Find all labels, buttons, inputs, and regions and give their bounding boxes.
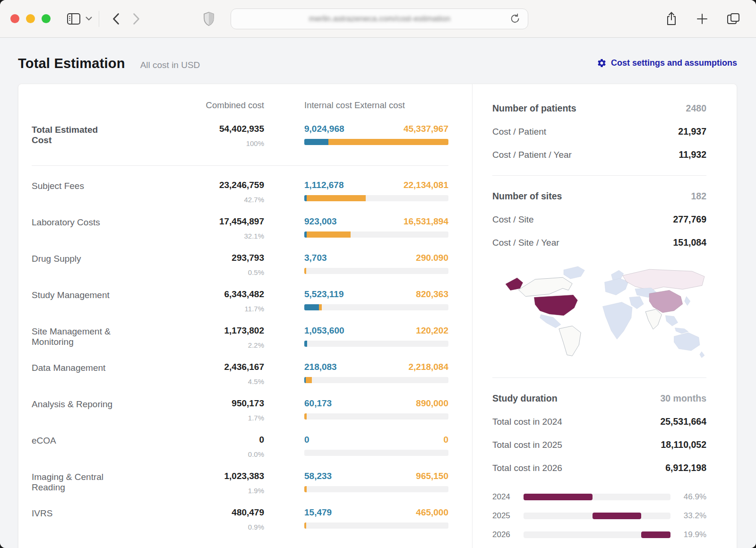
row-internal-value: 58,233 [304, 471, 332, 481]
row-label: Site Management & Monitoring [32, 325, 114, 347]
sites-count: 182 [691, 191, 706, 202]
row-cost-bar [304, 268, 448, 274]
table-row: Site Management & Monitoring 1,173,802 2… [18, 325, 472, 349]
cost-settings-link[interactable]: Cost settings and assumptions [597, 58, 737, 68]
row-combined-value: 293,793 [155, 253, 264, 263]
tabs-overview-icon[interactable] [727, 13, 740, 25]
table-row: Study Management 6,343,482 11.7% 5,523,1… [18, 289, 472, 313]
map-africa [603, 302, 632, 340]
external-bar-segment [319, 304, 322, 310]
close-window-button[interactable] [10, 14, 19, 23]
row-combined-value: 0 [155, 435, 264, 445]
row-label: Imaging & Central Reading [32, 471, 114, 493]
url-field[interactable]: merlin.astrazeneca.com/cost-estimation [231, 9, 528, 29]
year-label: 2024 [492, 492, 514, 502]
row-label: Laboratory Costs [32, 216, 114, 228]
year-label: 2026 [492, 530, 514, 539]
back-button[interactable] [112, 13, 120, 25]
row-combined-value: 17,454,897 [155, 216, 264, 227]
row-combined-value: 480,479 [155, 507, 264, 518]
map-japan [685, 297, 690, 306]
row-pct: 11.7% [155, 305, 264, 313]
map-australia [674, 333, 700, 351]
map-greenland [564, 266, 584, 279]
table-row: Analysis & Reporing 950,173 1.7% 60,173 … [18, 398, 472, 422]
map-indonesia [675, 328, 688, 334]
stat-label: Cost / Patient / Year [492, 150, 572, 160]
external-bar-segment [307, 195, 366, 201]
map-central-america [540, 315, 561, 328]
stat-value: 6,912,198 [665, 462, 706, 473]
page-subtitle: All cost in USD [140, 60, 200, 70]
row-internal-value: 0 [304, 435, 309, 445]
total-internal-value: 9,024,968 [304, 124, 344, 134]
row-pct: 1.9% [155, 487, 264, 495]
table-header-row: Combined cost Internal cost External cos… [18, 100, 472, 111]
col-internal-cost: Internal cost [304, 100, 352, 110]
stat-row: Cost / Site 277,769 [492, 214, 706, 225]
summary-panel: Number of patients 2480 Cost / Patient 2… [472, 84, 737, 548]
row-external-value: 22,134,081 [404, 180, 448, 190]
row-internal-value: 923,003 [304, 216, 337, 227]
browser-window: merlin.astrazeneca.com/cost-estimation [0, 0, 756, 548]
row-label: Subject Fees [32, 180, 114, 191]
page-title: Total Estimation [18, 56, 125, 71]
stat-value: 21,937 [678, 126, 706, 137]
row-combined-value: 950,173 [155, 398, 264, 409]
map-alaska [506, 278, 523, 290]
map-europe [605, 278, 628, 295]
row-external-value: 0 [443, 435, 448, 445]
row-internal-value: 15,479 [304, 507, 332, 518]
table-row: Laboratory Costs 17,454,897 32.1% 923,00… [18, 216, 472, 240]
year-bar-row: 2025 33.2% [492, 511, 706, 521]
new-tab-icon[interactable] [696, 13, 708, 25]
cost-table: Combined cost Internal cost External cos… [18, 84, 472, 548]
row-pct: 42.7% [155, 196, 264, 204]
external-bar-segment [304, 486, 307, 492]
stat-value: 25,531,664 [660, 416, 706, 427]
reload-icon[interactable] [510, 13, 520, 24]
stat-label: Cost / Site / Year [492, 238, 559, 248]
row-cost-bar [304, 522, 448, 529]
external-bar-segment [306, 377, 311, 383]
chevron-down-icon[interactable] [86, 17, 92, 21]
year-pct: 46.9% [680, 492, 706, 502]
row-cost-bar [304, 231, 448, 238]
minimize-window-button[interactable] [26, 14, 35, 23]
row-external-value: 120,202 [416, 325, 448, 336]
zoom-window-button[interactable] [42, 14, 51, 23]
row-external-value: 965,150 [416, 471, 448, 481]
total-pct: 100% [155, 139, 264, 147]
cost-settings-label: Cost settings and assumptions [611, 58, 737, 68]
sites-rows: Cost / Site 277,769 Cost / Site / Year 1… [492, 214, 706, 248]
row-cost-bar [304, 450, 448, 456]
row-combined-value: 1,023,383 [155, 471, 264, 481]
page-content: Total Estimation All cost in USD Cost se… [0, 38, 756, 548]
privacy-shield-icon[interactable] [203, 12, 215, 26]
year-bar-track [524, 531, 670, 538]
total-external-value: 45,337,967 [404, 124, 448, 134]
row-combined-value: 1,173,802 [155, 325, 264, 336]
year-bar-segment [593, 513, 641, 519]
row-combined-value: 2,436,167 [155, 362, 264, 372]
row-label: Study Management [32, 289, 114, 300]
sidebar-divider [492, 377, 706, 378]
share-icon[interactable] [665, 12, 678, 26]
map-new-zealand [700, 351, 704, 358]
year-bar-track [524, 494, 670, 500]
row-external-value: 820,363 [416, 289, 448, 300]
sidebar-toggle-icon[interactable] [67, 13, 81, 25]
row-internal-value: 60,173 [304, 398, 332, 409]
stat-label: Total cost in 2025 [492, 440, 562, 450]
stat-value: 11,932 [679, 149, 706, 160]
external-bar-segment [304, 268, 306, 274]
duration-value: 30 months [660, 393, 706, 404]
external-bar-segment [304, 413, 307, 420]
table-row: eCOA 0 0.0% 0 0 [18, 435, 472, 458]
forward-button[interactable] [133, 13, 140, 25]
stat-label: Total cost in 2026 [492, 463, 562, 473]
row-external-value: 2,218,084 [408, 362, 448, 372]
row-cost-bar [304, 377, 448, 383]
world-map [492, 260, 706, 362]
table-divider [32, 165, 448, 166]
